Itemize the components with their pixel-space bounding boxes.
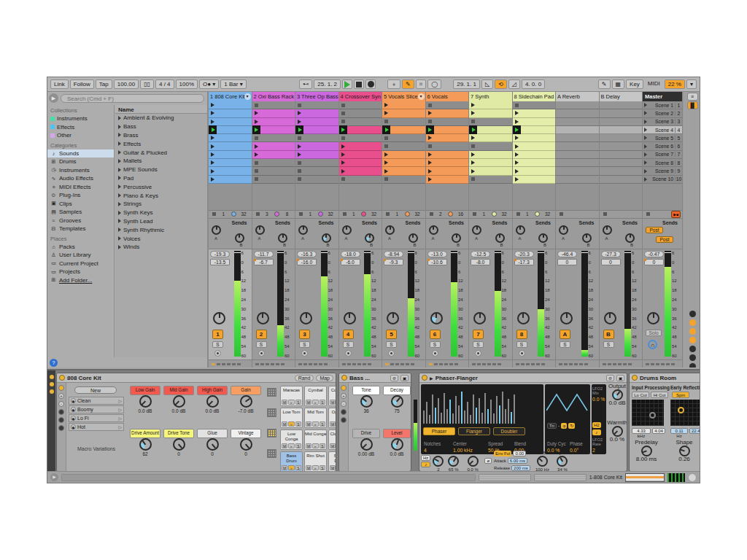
toggle-dot[interactable] <box>689 311 696 317</box>
device-on-toggle[interactable] <box>59 375 65 381</box>
pad-mute-button[interactable]: M <box>330 443 336 448</box>
disk-overload-indicator[interactable]: ▾ <box>686 79 697 89</box>
release-field[interactable]: 200 ms <box>511 465 530 471</box>
clip-slot[interactable] <box>469 101 512 109</box>
pad-mute-button[interactable]: M <box>282 421 287 427</box>
collection-item[interactable]: Instruments <box>47 114 114 123</box>
clip-slot[interactable] <box>556 134 599 142</box>
audio-to-value[interactable]: 32 <box>238 211 250 217</box>
lfo2-note-button[interactable]: ♪ <box>592 429 601 435</box>
volume-value[interactable]: -0.47 <box>644 251 664 257</box>
chain-play-icon[interactable]: ▷ <box>118 398 122 403</box>
clip-slot[interactable] <box>469 142 512 150</box>
track-header[interactable]: 3 Three Op Bass <box>295 92 338 101</box>
clip-slot[interactable] <box>209 126 252 134</box>
clip-slot[interactable] <box>469 167 512 175</box>
midi-from-value[interactable]: 3 <box>261 211 274 217</box>
pan-knob[interactable] <box>604 312 616 324</box>
clip-slot[interactable] <box>513 142 556 150</box>
clip-slot[interactable] <box>469 159 512 167</box>
clip-slot[interactable] <box>600 176 643 184</box>
solo-button[interactable]: S <box>560 341 570 348</box>
midi-from-value[interactable]: 2 <box>435 211 447 217</box>
pad-play-button[interactable]: ▸ <box>312 421 318 427</box>
track-header[interactable]: B Delay <box>600 92 643 101</box>
browser-folder-row[interactable]: Mallets <box>115 157 207 166</box>
peak-value[interactable]: 0 <box>601 259 621 265</box>
clip-slot[interactable] <box>252 142 295 150</box>
send-b-knob[interactable] <box>322 233 331 243</box>
track-activator[interactable]: 5 <box>386 330 397 339</box>
track-fold-chevron[interactable]: ▾ <box>418 93 425 100</box>
category-item-audio-effects[interactable]: ∿Audio Effects <box>47 174 114 183</box>
playing-clip-button[interactable] <box>339 125 347 133</box>
pan-knob[interactable] <box>300 312 312 324</box>
clip-slot[interactable] <box>600 101 643 109</box>
peak-value[interactable]: -10.6 <box>427 259 447 265</box>
peak-value[interactable]: -9.3 <box>384 259 403 265</box>
pan-knob[interactable] <box>517 312 530 324</box>
track-activator[interactable]: 2 <box>256 330 267 339</box>
scene-row[interactable]: Scene 66 <box>643 142 682 150</box>
warmth-knob[interactable]: Warmth 0.0 % <box>608 421 627 442</box>
chain-play-icon[interactable]: ▷ <box>118 416 122 421</box>
clip-slot[interactable] <box>469 118 512 126</box>
clip-slot[interactable] <box>382 118 425 126</box>
phase-param[interactable]: Phase0.0° <box>570 441 583 453</box>
volume-value[interactable]: -46.4 <box>557 251 577 257</box>
track-header[interactable]: 4 Crossover Syn <box>339 92 382 101</box>
audio-to-value[interactable]: 32 <box>411 211 424 217</box>
browser-folder-row[interactable]: Ambient & Evolving <box>115 114 207 122</box>
clip-slot[interactable] <box>426 142 469 150</box>
link-button[interactable]: Link <box>50 79 69 89</box>
pad-mute-button[interactable]: M <box>282 400 287 405</box>
rack-view-toggles[interactable]: +- <box>57 383 66 471</box>
audio-to-value[interactable]: 8 <box>281 211 293 217</box>
track-activator[interactable]: B <box>603 330 614 339</box>
peak-value[interactable]: -16.0 <box>297 259 317 265</box>
follow-button[interactable]: Follow <box>70 79 94 89</box>
clip-slot[interactable] <box>209 142 252 150</box>
pad-mute-button[interactable]: M <box>306 465 311 470</box>
pad-play-button[interactable]: ▸ <box>312 443 318 448</box>
place-item[interactable]: ⊞Add Folder... <box>47 276 114 285</box>
pan-knob[interactable] <box>257 312 269 324</box>
input-filter-xy[interactable] <box>632 400 664 426</box>
track-header[interactable]: 6 Vocals <box>426 92 469 101</box>
preview-cue-button[interactable]: ∩ <box>648 340 657 349</box>
peak-value[interactable]: -17.3 <box>514 259 534 265</box>
pad-bank-selector[interactable] <box>267 408 276 417</box>
category-item-drums[interactable]: ⊞Drums <box>47 158 114 166</box>
peak-value[interactable]: -13.5 <box>210 259 230 265</box>
arm-button[interactable] <box>301 350 308 357</box>
scene-row[interactable]: Scene 1010 <box>643 176 682 184</box>
send-b-knob[interactable] <box>278 233 287 243</box>
device-on-toggle[interactable] <box>632 375 638 381</box>
map-button[interactable]: Map <box>316 375 333 381</box>
pan-knob[interactable] <box>213 312 225 324</box>
clip-slot[interactable] <box>426 126 469 134</box>
place-item[interactable]: ♙User Library <box>47 251 114 260</box>
feedback-knob[interactable]: Feedback0.0 % <box>463 451 482 472</box>
clip-slot[interactable] <box>382 159 425 167</box>
volume-value[interactable]: -20.3 <box>514 251 534 257</box>
dry-wet-knob[interactable]: Dry/Wet34 % <box>554 451 570 472</box>
spin-xy[interactable] <box>670 400 700 426</box>
hi-cut-button[interactable]: Hi Cut <box>651 392 668 398</box>
pad-mute-button[interactable]: M <box>306 421 311 427</box>
send-a-knob[interactable] <box>342 225 352 235</box>
macro-dial[interactable] <box>206 395 219 408</box>
clip-slot[interactable] <box>339 176 382 184</box>
midi-from-value[interactable]: 1 <box>478 211 490 217</box>
drum-chain-row[interactable]: ◉Hot▷ <box>69 423 124 431</box>
macro-dial[interactable] <box>139 438 152 451</box>
hot-swap-icon[interactable]: ◉ <box>71 407 76 412</box>
macro-knob-vintage[interactable]: Vintage0 <box>231 429 261 470</box>
drum-pad-low-conga[interactable]: Low CongaM▸S <box>280 429 303 450</box>
toggle-dot[interactable] <box>689 328 696 335</box>
rate-hz-toggle[interactable]: Hz <box>421 455 430 461</box>
filter-freq-field[interactable]: 4.33 kHz <box>632 428 651 434</box>
clip-slot[interactable] <box>600 109 643 117</box>
send-b-post-toggle[interactable]: Post <box>656 236 673 243</box>
pan-knob[interactable] <box>387 312 399 324</box>
